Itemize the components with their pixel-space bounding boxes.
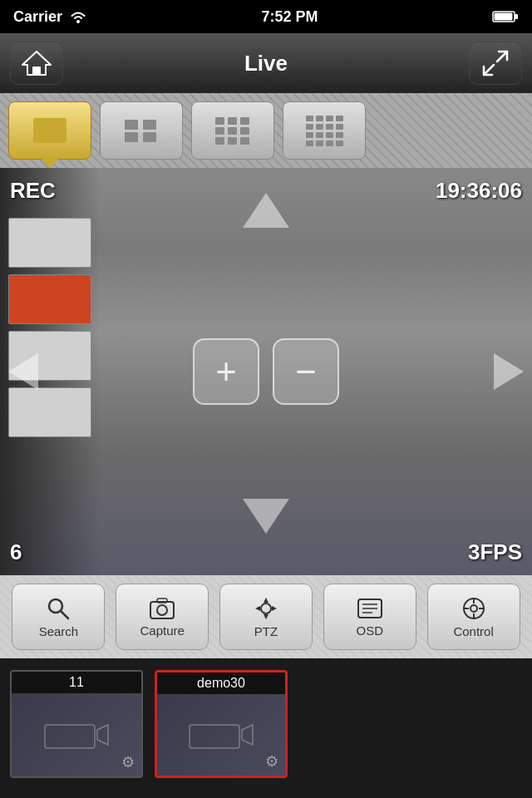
grid-icon-1x1 bbox=[33, 118, 66, 143]
grid-button-4x4[interactable] bbox=[283, 101, 366, 160]
svg-marker-14 bbox=[264, 598, 268, 603]
ptz-icon bbox=[254, 596, 278, 621]
timestamp-label: 19:36:06 bbox=[436, 178, 522, 204]
thumbnail-demo30[interactable]: demo30 ⚙ bbox=[155, 670, 288, 778]
svg-line-7 bbox=[484, 65, 494, 75]
svg-line-6 bbox=[497, 52, 507, 62]
svg-line-9 bbox=[61, 611, 68, 618]
thumbnails: 11 ⚙ demo30 ⚙ bbox=[0, 658, 532, 790]
svg-point-23 bbox=[470, 605, 477, 612]
camera-preview-icon-2 bbox=[188, 718, 254, 751]
fps-label: 3FPS bbox=[468, 539, 522, 565]
camera-preview-icon bbox=[43, 718, 110, 751]
grid-icon-2x2 bbox=[125, 120, 158, 142]
ptz-down-button[interactable] bbox=[243, 499, 289, 534]
cam-box-3 bbox=[8, 387, 91, 437]
control-label: Control bbox=[453, 624, 493, 638]
ptz-right-button[interactable] bbox=[494, 353, 524, 390]
status-left: Carrier bbox=[13, 8, 87, 26]
svg-point-0 bbox=[76, 20, 80, 23]
svg-marker-31 bbox=[242, 725, 253, 745]
grid-icon-4x4 bbox=[306, 116, 342, 146]
header-title: Live bbox=[244, 51, 288, 76]
svg-rect-3 bbox=[494, 13, 512, 21]
home-button[interactable] bbox=[10, 42, 63, 85]
wifi-icon bbox=[69, 10, 87, 23]
channel-label: 6 bbox=[10, 539, 22, 565]
camera-view: REC 19:36:06 6 3FPS + − bbox=[0, 168, 532, 575]
status-bar: Carrier 7:52 PM bbox=[0, 0, 532, 33]
svg-rect-30 bbox=[190, 725, 239, 748]
thumbnail-demo30-label: demo30 bbox=[157, 672, 285, 694]
svg-point-13 bbox=[261, 603, 271, 613]
toolbar: Search Capture PTZ OSD bbox=[0, 575, 532, 658]
svg-rect-12 bbox=[157, 598, 167, 603]
search-icon bbox=[46, 596, 71, 621]
status-right bbox=[492, 10, 519, 23]
thumbnail-11[interactable]: 11 ⚙ bbox=[10, 670, 143, 778]
capture-icon bbox=[150, 597, 175, 620]
status-time: 7:52 PM bbox=[262, 8, 318, 26]
grid-icon-3x3 bbox=[215, 117, 250, 145]
thumbnail-11-preview: ⚙ bbox=[12, 693, 141, 776]
svg-marker-29 bbox=[97, 725, 108, 745]
ptz-label: PTZ bbox=[254, 624, 278, 638]
battery-icon bbox=[492, 10, 519, 23]
svg-marker-15 bbox=[264, 614, 268, 619]
osd-icon bbox=[357, 597, 382, 620]
control-icon bbox=[461, 596, 486, 621]
zoom-in-button[interactable]: + bbox=[193, 338, 259, 405]
expand-button[interactable] bbox=[469, 42, 522, 85]
ptz-button[interactable]: PTZ bbox=[219, 584, 313, 650]
svg-rect-5 bbox=[32, 66, 41, 75]
ptz-left-button[interactable] bbox=[8, 353, 38, 390]
svg-point-11 bbox=[157, 605, 167, 615]
search-button[interactable]: Search bbox=[12, 584, 105, 650]
osd-button[interactable]: OSD bbox=[323, 584, 416, 650]
capture-label: Capture bbox=[140, 623, 185, 638]
rec-label: REC bbox=[10, 178, 56, 204]
thumbnail-11-label: 11 bbox=[12, 672, 141, 693]
grid-button-1x1[interactable] bbox=[8, 101, 91, 160]
thumb-demo30-settings-icon: ⚙ bbox=[265, 752, 278, 771]
osd-label: OSD bbox=[357, 623, 384, 638]
search-label: Search bbox=[39, 624, 79, 638]
ptz-up-button[interactable] bbox=[243, 193, 289, 228]
carrier-label: Carrier bbox=[13, 8, 62, 26]
grid-selector bbox=[0, 93, 532, 168]
svg-marker-16 bbox=[255, 606, 260, 611]
header: Live bbox=[0, 33, 532, 93]
cam-box-red bbox=[8, 274, 91, 324]
thumbnail-demo30-preview: ⚙ bbox=[157, 694, 285, 776]
zoom-out-button[interactable]: − bbox=[273, 338, 339, 405]
grid-button-3x3[interactable] bbox=[191, 101, 274, 160]
capture-button[interactable]: Capture bbox=[116, 584, 209, 650]
svg-marker-17 bbox=[272, 606, 277, 611]
svg-rect-28 bbox=[45, 725, 95, 748]
thumb-settings-icon: ⚙ bbox=[121, 753, 135, 771]
cam-box-1 bbox=[8, 218, 91, 268]
grid-button-2x2[interactable] bbox=[100, 101, 183, 160]
svg-rect-2 bbox=[515, 14, 518, 19]
control-button[interactable]: Control bbox=[427, 584, 520, 650]
